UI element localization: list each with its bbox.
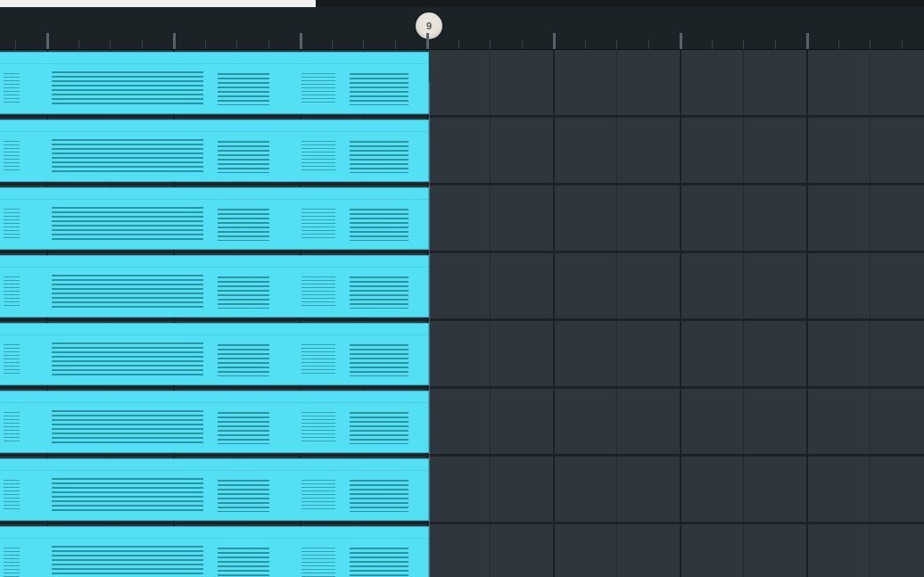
clip-mini-notes [0, 132, 428, 182]
ruler-tick-beat [458, 40, 459, 49]
track-row[interactable] [0, 457, 924, 524]
window-titlebar [0, 0, 924, 7]
playhead-bar-label: 9 [426, 21, 432, 31]
ruler-tick-beat [902, 40, 903, 49]
track-row[interactable] [0, 50, 924, 118]
clip-header[interactable] [0, 324, 428, 335]
ruler-tick-beat [648, 40, 649, 49]
pattern-clip[interactable] [0, 526, 429, 577]
ruler-tick-beat [268, 40, 269, 49]
track-row[interactable] [0, 253, 924, 321]
arrangement-grid[interactable] [0, 50, 924, 577]
ruler-tick-beat [743, 40, 744, 49]
ruler-tick-bar [553, 33, 556, 49]
ruler-tick-bar [173, 33, 176, 49]
tracks-container [0, 50, 924, 577]
pattern-clip[interactable] [0, 52, 429, 114]
track-row[interactable] [0, 321, 924, 389]
pattern-clip[interactable] [0, 458, 429, 521]
clip-header[interactable] [0, 256, 428, 268]
ruler-tick-beat [236, 40, 237, 49]
ruler-tick-bar [46, 33, 49, 49]
clip-header[interactable] [0, 392, 428, 403]
ruler-tick-beat [78, 40, 79, 49]
ruler-tick-beat [616, 40, 617, 49]
ruler-tick-beat [490, 40, 491, 49]
ruler-tick-beat [205, 40, 206, 49]
ruler-tick-beat [15, 40, 16, 49]
clip-header[interactable] [0, 53, 428, 64]
track-row[interactable] [0, 524, 924, 577]
pattern-clip[interactable] [0, 391, 429, 453]
ruler-tick-bar [426, 33, 429, 49]
clip-mini-notes [0, 64, 428, 114]
ruler-tick-beat [332, 40, 333, 49]
playhead-marker[interactable]: 9 [416, 12, 442, 39]
menubar-segment [0, 0, 316, 7]
pattern-clip[interactable] [0, 187, 429, 250]
clip-mini-notes [0, 200, 428, 250]
ruler-tick-beat [775, 40, 776, 49]
ruler-tick-beat [712, 40, 713, 49]
clip-mini-notes [0, 335, 428, 385]
ruler-tick-beat [838, 40, 839, 49]
clip-header[interactable] [0, 459, 428, 471]
ruler-tick-bar [680, 33, 682, 49]
clip-header[interactable] [0, 188, 428, 200]
ruler-tick-beat [363, 40, 364, 49]
track-row[interactable] [0, 185, 924, 253]
ruler-tick-beat [870, 40, 870, 49]
ruler-tick-beat [142, 40, 143, 49]
ruler-tick-beat [110, 40, 111, 49]
clip-mini-notes [0, 403, 428, 453]
clip-mini-notes [0, 471, 428, 521]
track-row[interactable] [0, 118, 924, 185]
track-row[interactable] [0, 389, 924, 457]
clip-header[interactable] [0, 527, 428, 539]
timeline-ruler[interactable]: 9 [0, 7, 924, 50]
pattern-clip[interactable] [0, 120, 429, 182]
pattern-clip[interactable] [0, 255, 429, 317]
clip-mini-notes [0, 539, 428, 577]
pattern-clip[interactable] [0, 323, 429, 385]
clip-header[interactable] [0, 120, 428, 132]
ruler-tick-beat [585, 40, 586, 49]
ruler-tick-beat [395, 40, 396, 49]
ruler-tick-bar [300, 33, 302, 49]
clip-mini-notes [0, 268, 428, 317]
ruler-tick-bar [806, 33, 809, 49]
ruler-tick-beat [522, 40, 523, 49]
